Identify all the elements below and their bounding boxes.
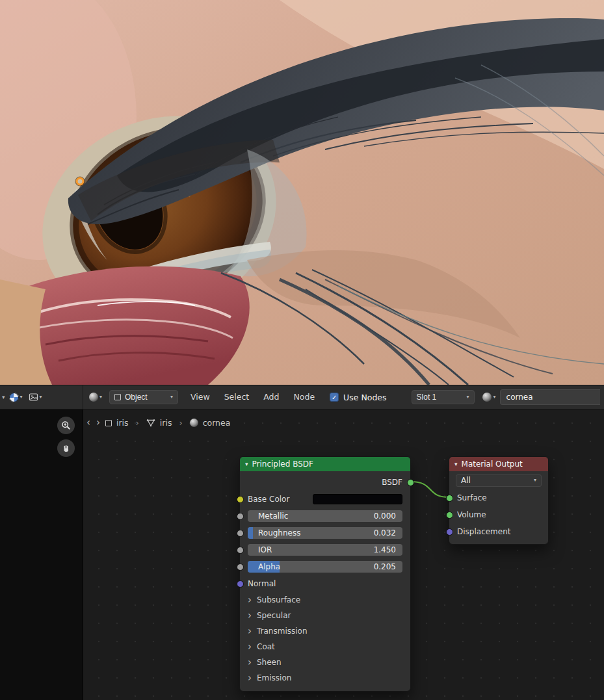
menu-add[interactable]: Add <box>256 389 286 405</box>
ior-slider[interactable]: IOR 1.450 <box>248 544 402 556</box>
slider-label: Roughness <box>258 528 300 538</box>
image-icon <box>29 393 38 402</box>
material-name-field[interactable]: cornea <box>500 389 600 405</box>
editor-headers: ▾ ▾ ▾ ▾ Object ▾ <box>0 385 604 409</box>
image-selector-dropdown[interactable]: ▾ <box>27 391 44 403</box>
socket-ior[interactable] <box>237 547 244 554</box>
breadcrumb-mesh[interactable]: iris <box>146 418 172 428</box>
slider-value: 1.450 <box>374 545 396 554</box>
metallic-row: Metallic 0.000 <box>240 508 410 525</box>
breadcrumb-separator: › <box>176 418 185 428</box>
node-principled-bsdf[interactable]: ▾ Principled BSDF BSDF Base Color <box>239 456 411 692</box>
section-label: Transmission <box>257 627 308 636</box>
section-label: Subsurface <box>257 595 300 604</box>
editor-type-dropdown[interactable]: ▾ <box>7 391 25 404</box>
socket-normal[interactable] <box>237 580 244 588</box>
socket-bsdf-output[interactable] <box>407 479 414 486</box>
base-color-row: Base Color <box>240 491 410 508</box>
target-select[interactable]: All ▾ <box>456 474 542 487</box>
breadcrumb-object[interactable]: iris <box>105 418 129 428</box>
expand-icon: › <box>248 627 252 636</box>
use-nodes-checkbox[interactable]: ✓ Use Nodes <box>330 393 386 402</box>
expand-icon: › <box>248 611 252 621</box>
socket-displacement[interactable] <box>446 528 453 536</box>
menu-node[interactable]: Node <box>286 389 322 405</box>
shader-type-dropdown[interactable]: Object ▾ <box>109 390 178 404</box>
base-color-swatch[interactable] <box>313 494 402 504</box>
breadcrumb-material-label: cornea <box>203 418 231 428</box>
expand-icon: › <box>248 642 252 652</box>
pan-gizmo-button[interactable] <box>57 439 75 457</box>
socket-base-color[interactable] <box>237 496 244 503</box>
socket-surface[interactable] <box>446 495 453 502</box>
section-label: Specular <box>257 611 291 620</box>
section-coat[interactable]: › Coat <box>240 639 410 655</box>
chevron-down-icon: ▾ <box>467 395 469 400</box>
collapse-chevron-icon[interactable]: ▾ <box>245 461 248 467</box>
forward-icon[interactable]: › <box>96 418 101 428</box>
socket-roughness[interactable] <box>237 530 244 537</box>
viewport-render <box>0 0 604 385</box>
breadcrumb-object-label: iris <box>116 418 129 428</box>
3d-viewport[interactable] <box>0 0 604 385</box>
section-transmission[interactable]: › Transmission <box>240 623 410 639</box>
object-icon <box>105 420 112 426</box>
slider-value: 0.205 <box>374 562 396 571</box>
back-icon[interactable]: ‹ <box>86 418 91 428</box>
editor-type-dropdown[interactable]: ▾ <box>87 391 104 403</box>
slider-fill <box>248 527 253 539</box>
surface-row: Surface <box>449 489 548 506</box>
checkbox-checked-icon: ✓ <box>330 393 339 402</box>
section-label: Sheen <box>257 658 282 667</box>
volume-label: Volume <box>457 510 486 519</box>
chevron-down-icon[interactable]: ▾ <box>2 394 5 400</box>
chevron-down-icon: ▾ <box>534 478 536 483</box>
chevron-down-icon: ▾ <box>170 395 173 400</box>
expand-icon: › <box>248 658 252 668</box>
mesh-data-icon <box>146 419 155 427</box>
slot-dropdown[interactable]: Slot 1 ▾ <box>412 390 475 404</box>
material-icon <box>190 419 198 427</box>
node-material-output[interactable]: ▾ Material Output All ▾ Surface <box>449 456 549 545</box>
displacement-label: Displacement <box>457 527 511 536</box>
roughness-slider[interactable]: Roughness 0.032 <box>248 527 402 539</box>
object-icon <box>114 394 121 400</box>
slot-label: Slot 1 <box>417 393 463 402</box>
node-header[interactable]: ▾ Principled BSDF <box>240 457 410 471</box>
magnifier-icon <box>61 421 71 430</box>
roughness-row: Roughness 0.032 <box>240 525 410 541</box>
blender-window: ▾ ▾ ▾ ▾ Object ▾ <box>0 0 604 700</box>
normal-label: Normal <box>248 579 276 588</box>
menu-select[interactable]: Select <box>217 389 257 405</box>
breadcrumb-material[interactable]: cornea <box>190 418 231 428</box>
surface-label: Surface <box>457 493 487 502</box>
section-sheen[interactable]: › Sheen <box>240 655 410 670</box>
volume-row: Volume <box>449 506 548 523</box>
shader-editor-header: ▾ Object ▾ View Select Add Node ✓ Use No… <box>83 385 604 409</box>
socket-alpha[interactable] <box>237 564 244 571</box>
zoom-gizmo-button[interactable] <box>57 417 75 434</box>
expand-icon: › <box>248 673 252 683</box>
section-subsurface[interactable]: › Subsurface <box>240 592 410 608</box>
chevron-down-icon: ▾ <box>20 395 23 400</box>
material-browse-dropdown[interactable]: ▾ <box>480 393 499 402</box>
socket-volume[interactable] <box>446 512 453 519</box>
section-specular[interactable]: › Specular <box>240 608 410 623</box>
node-header[interactable]: ▾ Material Output <box>449 457 548 471</box>
breadcrumb: ‹ › iris › iris › cornea <box>86 418 230 428</box>
normal-row: Normal <box>240 575 410 592</box>
target-row: All ▾ <box>449 471 548 489</box>
socket-metallic[interactable] <box>237 513 244 520</box>
collapse-chevron-icon[interactable]: ▾ <box>454 461 458 467</box>
hand-icon <box>62 444 71 453</box>
alpha-row: Alpha 0.205 <box>240 558 410 575</box>
node-title: Principled BSDF <box>252 460 313 469</box>
bsdf-output-label: BSDF <box>382 478 402 487</box>
section-emission[interactable]: › Emission <box>240 670 410 686</box>
shader-editor-area[interactable]: ‹ › iris › iris › cornea <box>83 409 604 700</box>
alpha-slider[interactable]: Alpha 0.205 <box>248 561 402 573</box>
menu-view[interactable]: View <box>183 389 217 405</box>
node-title: Material Output <box>462 460 523 469</box>
expand-icon: › <box>248 595 252 605</box>
metallic-slider[interactable]: Metallic 0.000 <box>248 510 402 522</box>
